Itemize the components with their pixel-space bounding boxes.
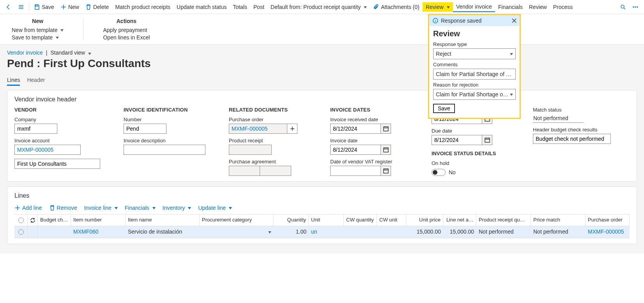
add-line-button[interactable]: Add line xyxy=(14,205,42,211)
save-button[interactable]: Save xyxy=(31,2,57,12)
prod-receipt-label: Product receipt xyxy=(229,138,307,144)
col-po[interactable]: Purchase order xyxy=(586,214,630,226)
number-input[interactable] xyxy=(124,124,166,134)
select-all-checkbox[interactable] xyxy=(18,218,24,223)
apply-prepayment-item[interactable]: Apply prepayment xyxy=(103,27,150,33)
reason-select[interactable]: Claim for Partial Shortage o… xyxy=(433,89,516,100)
col-item[interactable]: Item number xyxy=(71,214,126,226)
table-row[interactable]: MXMF060 Servicio de instalación 1.00 un … xyxy=(14,226,630,238)
review-dropdown-button[interactable]: Review xyxy=(423,2,453,12)
default-from-button[interactable]: Default from: Product receipt quantity xyxy=(267,2,370,12)
inv-received-input[interactable] xyxy=(330,124,381,134)
popup-close-button[interactable] xyxy=(511,18,517,25)
new-button[interactable]: New xyxy=(57,2,82,12)
company-input[interactable] xyxy=(14,124,57,134)
financials-menu[interactable]: Financials xyxy=(125,205,156,211)
number-label: Number xyxy=(124,117,205,122)
refresh-column[interactable] xyxy=(28,214,38,226)
date-picker-button[interactable] xyxy=(381,124,391,134)
col-cw-qty[interactable]: CW quantity xyxy=(344,214,377,226)
inv-date-input[interactable] xyxy=(330,145,381,155)
post-button[interactable]: Post xyxy=(250,2,267,12)
delete-button[interactable]: Delete xyxy=(82,2,112,12)
trash-icon xyxy=(49,205,55,211)
save-icon xyxy=(34,4,40,10)
attachments-label: Attachments (0) xyxy=(381,4,419,10)
prod-receipt-input[interactable] xyxy=(229,145,272,155)
search-button[interactable] xyxy=(617,2,629,12)
col-line-net[interactable]: Line net a… xyxy=(443,214,476,226)
reason-label: Reason for rejection xyxy=(433,82,516,88)
search-icon xyxy=(620,4,626,10)
process-tab[interactable]: Process xyxy=(550,2,576,12)
tab-lines[interactable]: Lines xyxy=(7,75,20,86)
col-prod-rec-qty[interactable]: Product receipt qu… xyxy=(476,214,531,226)
more-button[interactable] xyxy=(629,2,642,12)
chevron-down-icon xyxy=(60,29,64,32)
svg-point-1 xyxy=(633,7,634,7)
row-select-checkbox[interactable] xyxy=(18,229,24,235)
due-date-input[interactable] xyxy=(432,135,482,145)
new-from-template-item[interactable]: New from template xyxy=(12,27,64,33)
pa-input-1[interactable] xyxy=(229,166,260,176)
back-button[interactable] xyxy=(2,2,15,12)
chevron-down-icon[interactable] xyxy=(268,231,271,234)
col-unit-price[interactable]: Unit price xyxy=(406,214,443,226)
date-picker-button[interactable] xyxy=(381,145,391,155)
svg-point-2 xyxy=(635,7,636,7)
attachments-button[interactable]: Attachments (0) xyxy=(370,2,423,12)
arrow-left-icon xyxy=(5,4,12,10)
chevron-down-icon xyxy=(56,37,59,39)
col-proc-cat[interactable]: Procurement category xyxy=(200,214,274,226)
col-unit[interactable]: Unit xyxy=(309,214,344,226)
invoice-line-menu[interactable]: Invoice line xyxy=(84,205,118,211)
date-picker-button[interactable] xyxy=(381,166,391,176)
close-icon xyxy=(511,18,517,24)
rel-docs-col-label: RELATED DOCUMENTS xyxy=(229,107,307,113)
col-budget[interactable]: Budget ch… xyxy=(38,214,71,226)
response-type-select[interactable]: Reject xyxy=(433,48,516,59)
vat-date-input[interactable] xyxy=(330,166,381,176)
tab-header[interactable]: Header xyxy=(27,75,45,86)
match-receipts-button[interactable]: Match product receipts xyxy=(112,2,173,12)
breadcrumb-link[interactable]: Vendor invoice xyxy=(7,50,43,56)
col-price-match[interactable]: Price match xyxy=(531,214,586,226)
po-add-button[interactable] xyxy=(287,124,297,134)
col-cw-unit[interactable]: CW unit xyxy=(377,214,406,226)
tab-strip: Lines Header xyxy=(7,75,637,86)
po-input[interactable] xyxy=(229,124,287,134)
page-title: Pend : First Up Consultants xyxy=(7,57,637,70)
menu-button[interactable] xyxy=(15,2,27,12)
comments-input[interactable]: Claim for Partial Shortage of … xyxy=(433,69,516,80)
vendor-invoice-tab[interactable]: Vendor invoice xyxy=(453,2,495,12)
date-picker-button[interactable] xyxy=(482,135,492,145)
paperclip-icon xyxy=(373,4,379,10)
refresh-icon xyxy=(30,217,36,223)
on-hold-toggle[interactable] xyxy=(432,169,446,176)
cell-unit[interactable]: un xyxy=(309,226,344,238)
actions-group-title: Actions xyxy=(103,18,150,24)
col-item-name[interactable]: Item name xyxy=(126,214,200,226)
plus-icon xyxy=(289,126,295,132)
review-tab[interactable]: Review xyxy=(526,2,550,12)
totals-button[interactable]: Totals xyxy=(230,2,250,12)
update-match-button[interactable]: Update match status xyxy=(173,2,230,12)
cell-item[interactable]: MXMF060 xyxy=(71,226,126,238)
popup-save-button[interactable]: Save xyxy=(433,104,455,113)
pa-input-2[interactable] xyxy=(260,166,291,176)
vendor-name-input[interactable] xyxy=(14,159,100,169)
view-switcher[interactable]: Standard view xyxy=(50,50,91,56)
update-line-menu[interactable]: Update line xyxy=(198,205,232,211)
col-qty[interactable]: Quantity xyxy=(274,214,309,226)
cell-po[interactable]: MXMF-000005 xyxy=(586,226,630,238)
save-to-template-item[interactable]: Save to template xyxy=(12,34,64,41)
remove-line-button[interactable]: Remove xyxy=(49,205,77,211)
budget-check-value xyxy=(533,134,611,144)
reason-value: Claim for Partial Shortage o… xyxy=(436,91,508,97)
open-in-excel-item[interactable]: Open lines in Excel xyxy=(103,34,150,41)
financials-tab[interactable]: Financials xyxy=(495,2,526,12)
svg-point-0 xyxy=(621,5,624,8)
invoice-account-input[interactable] xyxy=(14,145,81,155)
inventory-menu[interactable]: Inventory xyxy=(163,205,191,211)
inv-desc-input[interactable] xyxy=(124,145,205,155)
